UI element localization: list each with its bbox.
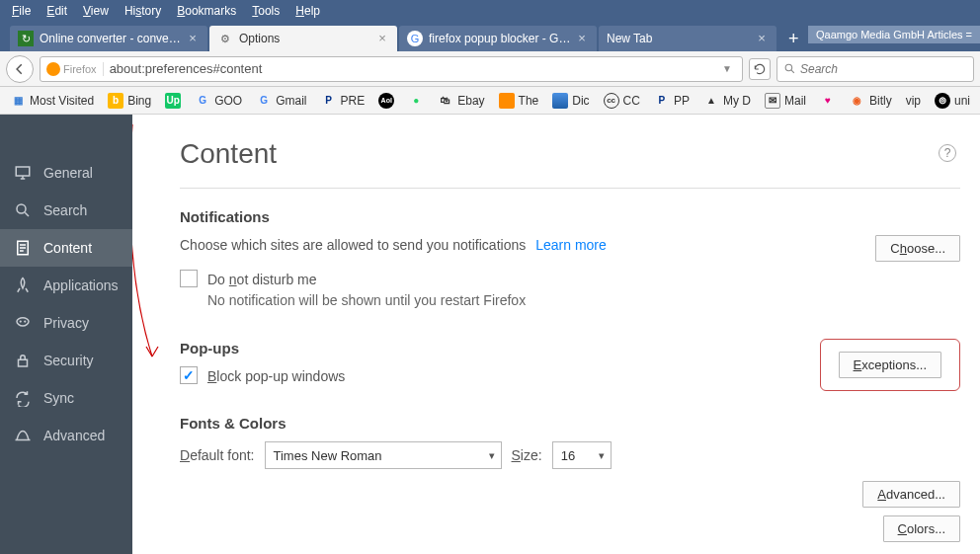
bitly-icon: ◉ — [850, 93, 865, 109]
exceptions-highlight: Exceptions... — [820, 339, 960, 391]
menu-tools[interactable]: Tools — [244, 4, 287, 18]
bookmark-vip[interactable]: vip — [900, 92, 927, 110]
rocket-icon — [14, 277, 32, 294]
bookmark-bitly[interactable]: ◉Bitly — [844, 91, 898, 111]
tab-label: New Tab — [607, 32, 751, 45]
sidebar-item-security[interactable]: Security — [0, 342, 132, 379]
svg-rect-6 — [19, 359, 28, 366]
sidebar-item-general[interactable]: General — [0, 154, 132, 192]
annotation-arrow — [132, 115, 172, 371]
generic-icon — [499, 93, 515, 109]
hat-icon — [14, 427, 32, 444]
new-tab-button[interactable]: + — [778, 26, 809, 51]
exceptions-button[interactable]: Exceptions... — [839, 352, 941, 378]
up-icon: Up — [165, 93, 181, 109]
google-icon: G — [407, 31, 423, 46]
notifications-heading: Notifications — [180, 208, 960, 225]
google-icon: G — [256, 93, 272, 109]
tab-close-icon[interactable]: × — [575, 32, 589, 45]
tab-firefox-popup[interactable]: G firefox popup blocker - Goo... × — [399, 26, 597, 51]
default-font-select[interactable]: Times New Roman — [265, 441, 502, 469]
dnd-sublabel: No notification will be shown until you … — [207, 290, 526, 311]
help-icon[interactable]: ? — [939, 144, 956, 162]
advanced-fonts-button[interactable]: Advanced... — [862, 481, 960, 508]
tab-close-icon[interactable]: × — [375, 32, 389, 45]
monitor-icon — [14, 164, 32, 182]
url-input[interactable] — [110, 61, 718, 76]
tab-close-icon[interactable]: × — [186, 32, 200, 45]
bookmark-pre[interactable]: PPRE — [315, 91, 371, 111]
tab-online-converter[interactable]: ↻ Online converter - convert ... × — [10, 26, 207, 51]
tab-new[interactable]: New Tab × — [599, 26, 776, 51]
choose-button[interactable]: Choose... — [875, 235, 960, 262]
menu-help[interactable]: Help — [287, 4, 328, 18]
svg-point-4 — [20, 320, 22, 322]
block-popups-checkbox[interactable] — [180, 366, 198, 384]
back-button[interactable] — [6, 55, 34, 83]
firefox-icon — [46, 62, 60, 76]
sync-icon — [14, 389, 32, 407]
svg-point-0 — [785, 64, 792, 71]
tab-label: Online converter - convert ... — [40, 32, 182, 45]
svg-point-2 — [17, 204, 26, 213]
tab-close-icon[interactable]: × — [755, 32, 769, 45]
lock-icon — [14, 352, 32, 369]
bookmark-myd[interactable]: ▲My D — [697, 91, 757, 111]
gear-icon: ⚙ — [217, 31, 233, 46]
menu-view[interactable]: View — [75, 4, 117, 18]
cc-icon: cc — [604, 93, 619, 109]
tab-label: Options — [239, 32, 371, 45]
preferences-main: ? Content Notifications Choose which sit… — [132, 115, 980, 554]
tab-label: firefox popup blocker - Goo... — [429, 32, 571, 45]
font-size-select[interactable]: 16 — [552, 441, 612, 469]
identity-box[interactable]: Firefox — [46, 62, 104, 76]
tab-favicon: ↻ — [18, 31, 34, 46]
bookmark-most-visited[interactable]: ▦Most Visited — [4, 91, 100, 111]
sidebar-item-sync[interactable]: Sync — [0, 379, 132, 417]
sidebar-item-privacy[interactable]: Privacy — [0, 304, 132, 342]
bookmark-gmail[interactable]: GGmail — [250, 91, 312, 111]
back-arrow-icon — [13, 62, 27, 76]
bookmark-pp[interactable]: PPP — [648, 91, 695, 111]
menu-file[interactable]: File — [4, 4, 39, 18]
sidebar-item-search[interactable]: Search — [0, 192, 132, 229]
sidebar-item-applications[interactable]: Applications — [0, 267, 132, 304]
colors-button[interactable]: Colors... — [883, 515, 960, 542]
bookmark-bing[interactable]: bBing — [102, 91, 157, 111]
menu-history[interactable]: History — [117, 4, 169, 18]
bookmark-aol[interactable]: Aol — [372, 91, 400, 111]
heart-icon: ♥ — [820, 93, 836, 109]
bookmark-heart[interactable]: ♥ — [814, 91, 842, 111]
menu-bookmarks[interactable]: Bookmarks — [169, 4, 244, 18]
bookmark-ebay[interactable]: 🛍Ebay — [432, 91, 490, 111]
corner-widget[interactable]: Qaamgo Media GmbH Articles = — [808, 26, 980, 43]
menu-bar: File Edit View History Bookmarks Tools H… — [0, 0, 980, 22]
search-input[interactable] — [800, 62, 967, 76]
tab-options[interactable]: ⚙ Options × — [209, 26, 397, 51]
dnd-checkbox[interactable] — [180, 270, 198, 287]
learn-more-link[interactable]: Learn more — [535, 237, 607, 253]
size-label: Size: — [512, 445, 542, 466]
bookmark-dic[interactable]: Dic — [546, 91, 595, 111]
bookmark-cc[interactable]: ccCC — [598, 91, 646, 111]
block-popups-label: Block pop-up windows — [207, 366, 345, 387]
bookmark-wa[interactable]: ● — [402, 91, 430, 111]
sidebar-item-content[interactable]: Content — [0, 229, 132, 267]
history-dropdown-icon[interactable]: ▼ — [718, 63, 736, 74]
mail-icon: ✉ — [765, 93, 780, 109]
sidebar-item-advanced[interactable]: Advanced — [0, 417, 132, 454]
dict-icon — [552, 93, 568, 109]
search-box[interactable] — [776, 56, 974, 82]
popups-heading: Pop-ups — [180, 340, 345, 356]
menu-edit[interactable]: Edit — [39, 4, 75, 18]
mask-icon — [14, 314, 32, 332]
ebay-icon: 🛍 — [438, 93, 453, 109]
bookmark-uni[interactable]: ⊚uni — [929, 91, 976, 111]
notifications-desc: Choose which sites are allowed to send y… — [180, 235, 607, 256]
bookmark-item[interactable]: Up — [159, 91, 187, 111]
bookmark-the[interactable]: The — [493, 91, 545, 111]
reload-button[interactable] — [749, 58, 771, 80]
url-bar[interactable]: Firefox ▼ — [40, 56, 743, 82]
bookmark-goo[interactable]: GGOO — [189, 91, 248, 111]
bookmark-mail[interactable]: ✉Mail — [759, 91, 812, 111]
